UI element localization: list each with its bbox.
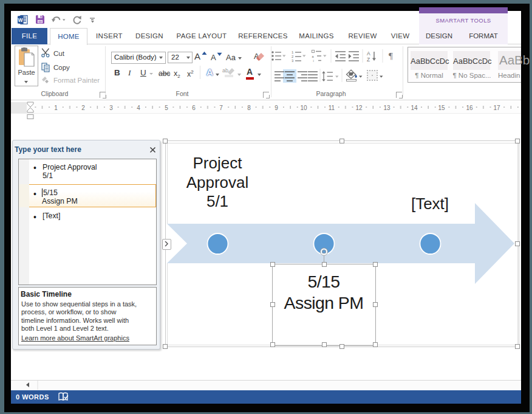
svg-text:3: 3	[109, 105, 113, 111]
svg-text:13: 13	[383, 105, 390, 111]
svg-text:ab: ab	[222, 67, 228, 74]
svg-text:Z: Z	[367, 57, 370, 63]
svg-text:11: 11	[329, 105, 335, 111]
svg-text:a: a	[312, 55, 315, 58]
svg-text:12: 12	[355, 105, 363, 111]
svg-text:3: 3	[292, 59, 294, 63]
svg-text:5: 5	[165, 105, 168, 111]
svg-text:4: 4	[137, 105, 140, 111]
svg-text:W: W	[18, 17, 24, 23]
svg-text:1: 1	[292, 50, 294, 54]
svg-text:1: 1	[54, 105, 58, 111]
svg-text:9: 9	[275, 105, 278, 111]
svg-text:15: 15	[438, 105, 445, 111]
svg-text:8: 8	[247, 105, 251, 111]
svg-text:¶: ¶	[389, 51, 393, 61]
svg-text:i: i	[313, 59, 314, 63]
svg-text:2: 2	[81, 105, 85, 111]
svg-text:10: 10	[300, 105, 307, 111]
svg-text:A: A	[367, 50, 370, 57]
svg-text:16: 16	[466, 105, 473, 111]
svg-text:2: 2	[292, 55, 294, 58]
svg-text:7: 7	[219, 105, 223, 111]
svg-text:17: 17	[493, 105, 500, 111]
svg-text:14: 14	[411, 105, 418, 111]
svg-text:6: 6	[192, 105, 196, 111]
